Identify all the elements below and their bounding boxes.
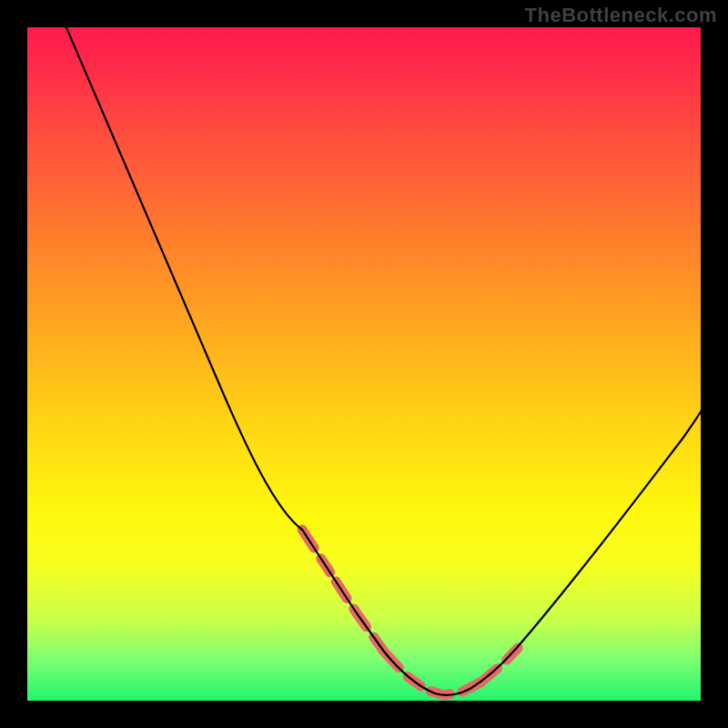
highlight-valley-floor bbox=[384, 652, 480, 695]
watermark-text: TheBottleneck.com bbox=[525, 4, 717, 27]
plot-area bbox=[27, 27, 701, 701]
chart-frame: TheBottleneck.com bbox=[0, 0, 728, 728]
curve-svg bbox=[27, 27, 701, 701]
bottleneck-curve-line bbox=[55, 27, 701, 695]
